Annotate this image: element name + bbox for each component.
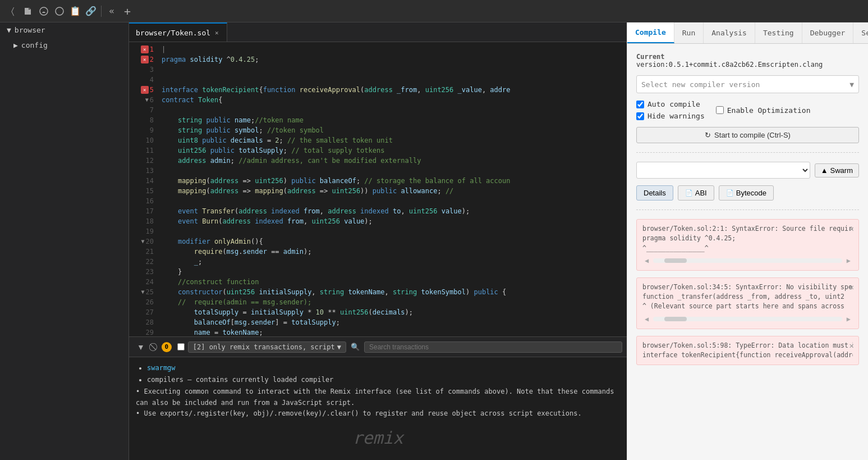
bytecode-btn-label: Bytecode [736, 189, 766, 197]
error-3-text: browser/Token.sol:5:98: TypeError: Data … [642, 341, 853, 361]
error-2-close-icon[interactable]: ✕ [849, 281, 854, 293]
error-2-scroll-track[interactable] [653, 317, 842, 321]
enable-optimization-label: Enable Optimization [727, 106, 811, 115]
sidebar-item-label: browser [15, 26, 45, 34]
auto-compile-checkbox[interactable] [636, 101, 644, 108]
hide-warnings-label: Hide warnings [647, 112, 705, 120]
tab-testing[interactable]: Testing [755, 22, 802, 43]
tab-settings[interactable]: Settings [853, 22, 868, 43]
console-clear-btn[interactable]: ⃠ [151, 341, 158, 353]
publish-btn-label: Swarm [830, 166, 853, 175]
link-icon[interactable]: 🔗 [83, 3, 99, 19]
compiler-select-label: Select new compiler version [641, 80, 760, 89]
collapse-icon[interactable]: « [104, 3, 120, 19]
error-2-scroll-right-icon[interactable]: ▶ [844, 314, 853, 324]
tab-debugger-label: Debugger [810, 29, 846, 37]
options-row: Auto compile Hide warnings Enable Optimi… [636, 100, 859, 120]
console-content: swarmgw compilers – contains currently l… [129, 357, 627, 460]
abi-button[interactable]: 📄 ABI [678, 185, 714, 201]
code-line-5: interface tokenRecipient{function receiv… [157, 85, 627, 95]
enable-optimization-checkbox[interactable] [716, 106, 724, 114]
publish-swarm-button[interactable]: ▲ Swarm [815, 163, 859, 177]
code-line-19 [157, 226, 627, 236]
svg-point-0 [40, 7, 48, 15]
swarmgw-link[interactable]: swarmgw [147, 364, 176, 372]
abi-btn-label: ABI [695, 189, 707, 197]
bytecode-button[interactable]: 📄 Bytecode [719, 185, 774, 201]
sidebar-item-label: config [21, 41, 48, 49]
code-line-17: event Transfer(address indexed from, add… [157, 206, 627, 216]
editor-tab-token-sol[interactable]: browser/Token.sol ✕ [129, 22, 227, 42]
details-btn-label: Details [644, 189, 666, 197]
enable-optimization-checkbox-row[interactable]: Enable Optimization [716, 106, 811, 115]
tab-compile-label: Compile [635, 28, 666, 37]
tx-filter-dropdown[interactable]: [2] only remix transactions, script ▼ [188, 341, 346, 353]
tab-analysis[interactable]: Analysis [704, 22, 755, 43]
sidebar: ▼ browser ▶ config [0, 22, 129, 460]
error-1-scroll-left-icon[interactable]: ◀ [642, 256, 651, 266]
publish-contract-select[interactable] [636, 162, 810, 179]
code-line-4 [157, 75, 627, 85]
error-1-close-icon[interactable]: ✕ [849, 223, 854, 235]
error-1-scroll-track[interactable] [653, 258, 842, 263]
code-line-21: require(msg.sender == admin); [157, 247, 627, 257]
tx-filter-chevron-icon: ▼ [337, 343, 341, 351]
auto-compile-label: Auto compile [647, 100, 700, 108]
error-panel-2: ✕ browser/Token.sol:34:5: SyntaxError: N… [636, 277, 859, 329]
top-toolbar: 〈 📋 🔗 « + [0, 0, 868, 22]
code-editor[interactable]: ✕1 ✕2 3 4 ✕5 ▼6 7 8 9 10 11 12 [129, 42, 627, 336]
search-transactions-input[interactable] [369, 343, 617, 351]
upload-icon: ▲ [821, 166, 828, 175]
publish-row: ▲ Swarm [636, 162, 859, 179]
code-line-20: modifier onlyAdmin(){ [157, 236, 627, 247]
compiler-version-select[interactable]: Select new compiler version ▼ [636, 75, 859, 93]
tab-compile[interactable]: Compile [627, 22, 674, 43]
auto-compile-checkbox-row[interactable]: Auto compile [636, 100, 705, 108]
console-collapse-btn[interactable]: ▼ [134, 341, 148, 353]
code-line-8: string public name;//token name [157, 115, 627, 125]
filter-checkbox[interactable] [177, 343, 185, 350]
error-2-scroll-left-icon[interactable]: ◀ [642, 314, 651, 324]
error-1-text: browser/Token.sol:2:1: SyntaxError: Sour… [642, 224, 853, 253]
new-file-icon[interactable]: + [120, 3, 135, 19]
code-content[interactable]: | pragma solidity ^0.4.25; interface tok… [157, 42, 627, 336]
copy-icon[interactable]: 📋 [67, 3, 83, 19]
code-line-23: } [157, 267, 627, 277]
sidebar-item-browser[interactable]: ▼ browser [0, 22, 128, 38]
error-panel-3: ✕ browser/Token.sol:5:98: TypeError: Dat… [636, 336, 859, 366]
section-divider-1 [636, 152, 859, 153]
tab-bar: browser/Token.sol ✕ [129, 22, 627, 42]
error-1-scrollbar: ◀ ▶ [642, 256, 853, 266]
code-line-25: constructor(uint256 initialSupply, strin… [157, 287, 627, 297]
hide-warnings-checkbox[interactable] [636, 112, 644, 120]
error-2-scrollbar: ◀ ▶ [642, 314, 853, 324]
artifact-buttons: Details 📄 ABI 📄 Bytecode [636, 185, 859, 201]
browser-chevron-icon: ▼ [7, 26, 11, 34]
tab-debugger[interactable]: Debugger [802, 22, 854, 43]
hide-warnings-checkbox-row[interactable]: Hide warnings [636, 112, 705, 120]
code-line-22: _; [157, 257, 627, 267]
compile-button[interactable]: ↻ Start to compile (Ctrl-S) [636, 127, 859, 143]
line-numbers: ✕1 ✕2 3 4 ✕5 ▼6 7 8 9 10 11 12 [129, 42, 157, 336]
tab-testing-label: Testing [763, 29, 794, 37]
compilers-line: compilers – contains currently loaded co… [147, 375, 620, 385]
code-line-2: pragma solidity ^0.4.25; [157, 54, 627, 65]
arrow-left-icon[interactable]: 〈 [4, 3, 20, 19]
compiler-select-chevron-icon: ▼ [849, 80, 854, 89]
search-box[interactable] [364, 341, 622, 353]
gist-icon[interactable] [52, 3, 67, 19]
right-panel: Compile Run Analysis Testing Debugger Se… [627, 22, 868, 460]
current-version-section: Current version:0.5.1+commit.c8a2cb62.Em… [636, 53, 859, 69]
details-button[interactable]: Details [636, 185, 673, 201]
files-icon[interactable] [20, 3, 36, 19]
github-icon[interactable] [36, 3, 52, 19]
error-1-scroll-right-icon[interactable]: ▶ [844, 256, 853, 266]
error-3-close-icon[interactable]: ✕ [849, 340, 854, 352]
bytecode-icon: 📄 [726, 189, 734, 197]
tab-run[interactable]: Run [674, 22, 704, 43]
transaction-badge: 0 [162, 342, 172, 352]
code-line-14: mapping(address => uint256) public balan… [157, 176, 627, 186]
tab-close-icon[interactable]: ✕ [214, 29, 220, 37]
section-divider-2 [636, 209, 859, 210]
sidebar-item-config[interactable]: ▶ config [0, 38, 128, 53]
